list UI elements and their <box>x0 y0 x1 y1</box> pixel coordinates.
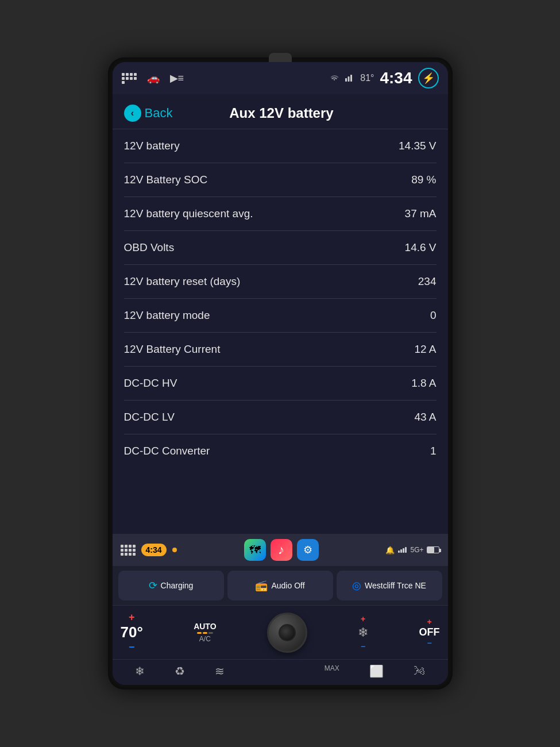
row-value: 234 <box>418 275 437 288</box>
taskbar-right: 🔔 5G+ <box>385 546 439 555</box>
volume-knob-inner <box>279 624 296 641</box>
row-label: 12V battery reset (days) <box>124 275 241 288</box>
temp-up-button[interactable]: + <box>129 611 135 623</box>
status-left: 🚗 ▶≡ <box>122 72 184 84</box>
battery-icon <box>427 546 439 553</box>
back-label: Back <box>145 106 173 121</box>
charging-label: Charging <box>161 581 194 590</box>
row-label: 12V battery quiescent avg. <box>124 207 253 220</box>
network-type: 5G+ <box>410 546 423 554</box>
bottom-icons: ❄ ♻ ≋ MAX ⬜ 🌬 <box>113 659 448 685</box>
taskbar-time: 4:34 <box>141 544 167 556</box>
defroster-plus[interactable]: + <box>361 614 365 623</box>
data-list: 12V battery 14.35 V 12V Battery SOC 89 %… <box>113 129 448 534</box>
row-value: 89 % <box>411 174 436 186</box>
table-row: OBD Volts 14.6 V <box>124 231 437 265</box>
charging-icon: ⟳ <box>149 579 157 592</box>
maps-app-icon[interactable]: 🗺 <box>244 539 266 561</box>
table-row: 12V battery quiescent avg. 37 mA <box>124 197 437 231</box>
media-icon[interactable]: ▶≡ <box>170 72 184 84</box>
table-row: 12V battery mode 0 <box>124 299 437 333</box>
row-value: 14.6 V <box>405 241 437 254</box>
defroster-icon[interactable]: ❄ <box>358 625 368 640</box>
ac-bars <box>197 632 213 634</box>
taskbar: 4:34 🗺 ♪ ⚙ 🔔 5G+ <box>113 534 448 566</box>
taskbar-grid-icon[interactable] <box>121 545 136 556</box>
page-header: ‹ Back Aux 12V battery <box>113 94 448 129</box>
ac-label: A/C <box>199 635 211 643</box>
row-value: 12 A <box>414 343 436 356</box>
bell-icon: 🔔 <box>385 546 395 555</box>
table-row: DC-DC LV 43 A <box>124 401 437 434</box>
mode-icon-1[interactable]: ❄ <box>135 664 145 678</box>
volume-knob[interactable] <box>267 613 307 653</box>
row-value: 0 <box>430 309 437 322</box>
status-bar: 🚗 ▶≡ 81° <box>113 62 448 94</box>
temp-down-button[interactable]: − <box>129 641 135 653</box>
audio-label: Audio Off <box>271 581 304 590</box>
mode-icon-2[interactable]: ♻ <box>175 664 185 678</box>
back-button[interactable]: ‹ Back <box>124 105 173 122</box>
audio-button[interactable]: 📻 Audio Off <box>227 571 333 600</box>
signal-bars <box>398 547 407 553</box>
table-row: 12V Battery Current 12 A <box>124 333 437 367</box>
row-value: 37 mA <box>405 207 437 220</box>
fan-plus[interactable]: + <box>427 617 431 626</box>
row-label: 12V Battery SOC <box>124 174 208 186</box>
svg-rect-1 <box>348 76 350 82</box>
climate-strip: + 70° − AUTO A/C + ❄ − <box>113 605 448 659</box>
audio-off-icon: 📻 <box>255 579 268 592</box>
wifi-icon <box>329 74 339 83</box>
auto-label: AUTO <box>194 622 216 631</box>
climate-right: + OFF − <box>419 617 440 648</box>
nav-label: Westcliff Trce NE <box>365 581 426 590</box>
mode-icon-3[interactable]: ≋ <box>215 664 225 678</box>
charging-button[interactable]: ⟳ Charging <box>118 571 224 600</box>
camera-bump <box>269 53 292 62</box>
svg-rect-2 <box>350 75 352 82</box>
signal-icon <box>345 74 354 83</box>
lightning-icon: ⚡ <box>422 72 435 84</box>
notification-dot <box>172 548 177 552</box>
navigation-button[interactable]: ◎ Westcliff Trce NE <box>337 571 442 600</box>
climate-temp-control: + 70° − <box>121 611 143 653</box>
table-row: 12V Battery SOC 89 % <box>124 163 437 197</box>
clock: 4:34 <box>380 69 412 87</box>
temperature: 81° <box>360 73 374 83</box>
fan-minus[interactable]: − <box>427 638 431 648</box>
table-row: DC-DC Converter 1 <box>124 434 437 468</box>
status-right: 81° 4:34 ⚡ <box>329 68 438 88</box>
row-label: 12V battery mode <box>124 309 210 322</box>
rear-defrost-icon[interactable]: ⬜ <box>369 664 384 678</box>
apps-grid-icon[interactable] <box>122 73 137 84</box>
nav-icon-btn: ◎ <box>352 579 361 592</box>
row-label: OBD Volts <box>124 241 175 254</box>
back-chevron-icon: ‹ <box>124 105 141 122</box>
page-title: Aux 12V battery <box>172 105 390 121</box>
screen: 🚗 ▶≡ 81° <box>113 62 448 685</box>
row-label: 12V battery <box>124 140 180 152</box>
defroster-minus[interactable]: − <box>361 642 365 651</box>
table-row: DC-DC HV 1.8 A <box>124 367 437 401</box>
car-nav-icon[interactable]: 🚗 <box>147 72 160 84</box>
taskbar-apps: 🗺 ♪ ⚙ <box>244 539 319 561</box>
max-controls: + ❄ − <box>358 614 368 651</box>
taskbar-left: 4:34 <box>121 544 177 556</box>
control-strip: ⟳ Charging 📻 Audio Off ◎ Westcliff Trce … <box>113 566 448 605</box>
music-app-icon[interactable]: ♪ <box>271 539 292 561</box>
row-value: 1 <box>430 445 437 457</box>
row-value: 14.35 V <box>399 140 437 152</box>
max-label: MAX <box>325 664 339 678</box>
row-label: DC-DC LV <box>124 411 175 423</box>
row-value: 43 A <box>414 411 436 423</box>
auto-ac-control: AUTO A/C <box>194 622 216 643</box>
mode-icon-4[interactable]: 🌬 <box>414 664 425 678</box>
table-row: 12V battery reset (days) 234 <box>124 265 437 299</box>
charging-indicator: ⚡ <box>418 68 439 88</box>
car-app-icon[interactable]: ⚙ <box>297 539 319 561</box>
row-value: 1.8 A <box>411 377 436 390</box>
temperature-display: 70° <box>121 623 143 641</box>
row-label: DC-DC Converter <box>124 445 210 457</box>
device-frame: 🚗 ▶≡ 81° <box>108 57 453 690</box>
off-label: OFF <box>419 626 440 638</box>
